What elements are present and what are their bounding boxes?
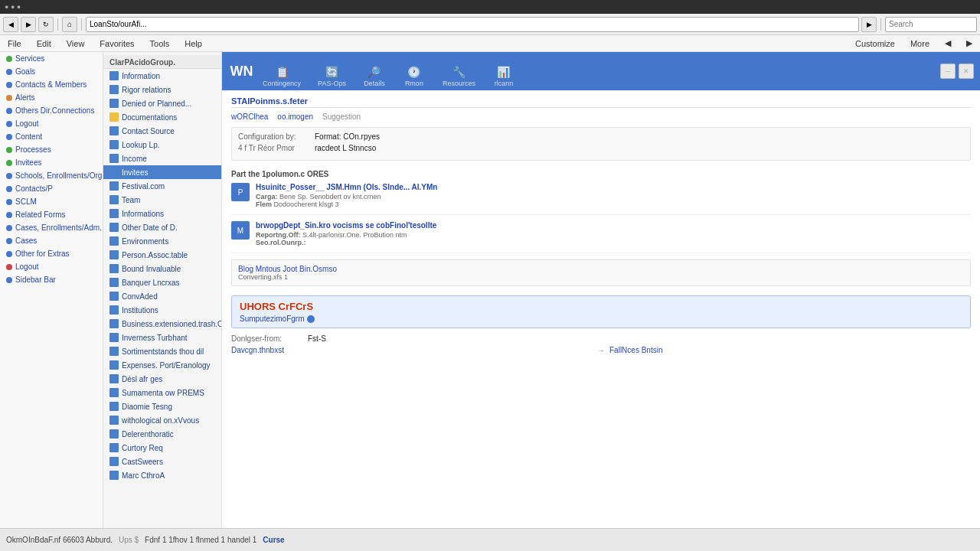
left-nav-item-9[interactable]: Schools, Enrollments/Org... [0, 169, 103, 182]
header-close[interactable]: ✕ [959, 64, 974, 79]
left-nav-item-15[interactable]: Other for Extras [0, 247, 103, 260]
left-nav-item-6[interactable]: Content [0, 130, 103, 143]
mid-item-10[interactable]: Informations [103, 207, 221, 220]
menu-customize[interactable]: Customize [852, 37, 898, 50]
record-item-1: M brwopgDept_Sin.kro vocisms se cobFinol… [231, 221, 971, 253]
content-tab-5[interactable]: 📊rlcann [485, 63, 523, 90]
mid-item-9[interactable]: Team [103, 193, 221, 207]
left-nav-item-7[interactable]: Processes [0, 143, 103, 156]
blog-link[interactable]: Blog Mntous Joot Bin.Osmso [238, 265, 964, 273]
left-nav-item-12[interactable]: Related Forms [0, 208, 103, 221]
mid-item-15[interactable]: Banquer Lncrxas [103, 276, 221, 289]
mid-icon-20 [109, 347, 119, 356]
left-nav-item-5[interactable]: Logout [0, 117, 103, 130]
mid-item-2[interactable]: Denied or Planned... [103, 96, 221, 110]
left-nav-item-8[interactable]: Invitees [0, 156, 103, 169]
mid-item-0[interactable]: Information [103, 69, 221, 83]
menu-next[interactable]: ▶ [963, 37, 975, 50]
mid-icon-28 [109, 457, 119, 466]
mid-label-12: Environments [122, 237, 168, 246]
mid-item-6[interactable]: Income [103, 152, 221, 165]
mid-item-14[interactable]: Bound Invaluable [103, 262, 221, 276]
nav-dot-0 [6, 56, 12, 62]
mid-item-20[interactable]: Sortimentstands thou dil [103, 344, 221, 358]
content-title-abbr: WN [228, 52, 255, 90]
content-tab-1[interactable]: 🔄PAS-Ops [310, 63, 354, 90]
status-item-4[interactable]: Curse [263, 536, 284, 544]
left-nav-item-1[interactable]: Goals [0, 65, 103, 78]
nav-label-3: Alerts [15, 93, 35, 102]
mid-item-1[interactable]: Rigor relations [103, 83, 221, 96]
address-bar[interactable] [86, 17, 859, 32]
mid-icon-15 [109, 278, 119, 287]
toolbar-sep-3 [880, 18, 881, 31]
mid-item-27[interactable]: Curtory Req [103, 441, 221, 455]
mid-item-7[interactable]: Invitees [103, 165, 221, 179]
left-nav-item-4[interactable]: Others Dir.Connections [0, 104, 103, 117]
mid-item-21[interactable]: Expenses. Port/Eranology [103, 358, 221, 372]
go-button[interactable]: ▶ [861, 17, 877, 32]
left-nav-item-13[interactable]: Cases, Enrollments/Adm. [0, 221, 103, 234]
nav-dot-2 [6, 82, 12, 88]
mid-item-17[interactable]: Institutions [103, 303, 221, 317]
mid-item-28[interactable]: CastSweers [103, 455, 221, 468]
left-nav-item-17[interactable]: Sidebar Bar [0, 273, 103, 286]
mid-item-23[interactable]: Sumamenta ow PREMS [103, 386, 221, 399]
mid-item-5[interactable]: Lookup Lp. [103, 138, 221, 152]
search-input[interactable] [885, 17, 977, 32]
mid-item-19[interactable]: Inverness Turbhant [103, 331, 221, 344]
mid-item-12[interactable]: Environments [103, 234, 221, 248]
refresh-button[interactable]: ↻ [38, 17, 54, 32]
content-tab-4[interactable]: 🔧Resources [435, 63, 483, 90]
left-nav-item-2[interactable]: Contacts & Members [0, 78, 103, 91]
mid-item-16[interactable]: ConvAded [103, 289, 221, 303]
mid-item-4[interactable]: Contact Source [103, 124, 221, 138]
subsection-2: oo.imogen [277, 112, 313, 121]
mid-label-25: withological on.xVvous [122, 416, 199, 425]
detail-link[interactable]: Davcgn.thnbxst [231, 346, 593, 354]
content-tab-0[interactable]: 📋Contingency [255, 63, 309, 90]
record-icon-1: M [231, 221, 250, 240]
detail-link-value[interactable]: FallNces Bntsin [609, 346, 971, 354]
left-nav-item-14[interactable]: Cases [0, 234, 103, 247]
tab-icon-3: 🕐 [407, 66, 420, 78]
menu-prev[interactable]: ◀ [942, 37, 954, 50]
left-nav-item-3[interactable]: Alerts [0, 91, 103, 104]
mid-item-29[interactable]: Marc CthroA [103, 468, 221, 482]
mid-icon-5 [109, 140, 119, 149]
content-tab-2[interactable]: 🔎Details [355, 63, 394, 90]
menu-edit[interactable]: Edit [34, 37, 54, 50]
back-button[interactable]: ◀ [3, 17, 18, 32]
menu-help[interactable]: Help [181, 37, 205, 50]
mid-label-22: Désl afr ges [122, 375, 162, 383]
mid-item-24[interactable]: Diaomie Tesng [103, 399, 221, 413]
menu-more[interactable]: More [907, 37, 933, 50]
nav-dot-11 [6, 199, 12, 205]
home-button[interactable]: ⌂ [62, 17, 77, 32]
mid-item-8[interactable]: Festival.com [103, 179, 221, 193]
mid-item-25[interactable]: withological on.xVvous [103, 413, 221, 427]
left-nav-item-0[interactable]: Services [0, 52, 103, 65]
menu-tools[interactable]: Tools [147, 37, 173, 50]
forward-button[interactable]: ▶ [21, 17, 36, 32]
header-minimize[interactable]: ─ [940, 64, 956, 79]
mid-item-11[interactable]: Other Date of D. [103, 220, 221, 234]
menu-favorites[interactable]: Favorites [96, 37, 137, 50]
content-tab-3[interactable]: 🕐Rmon [395, 63, 433, 90]
left-nav-item-10[interactable]: Contacts/P [0, 182, 103, 195]
record-title-0[interactable]: Hsuinitc_Posser__ JSM.Hmn (Ols. Slnde...… [256, 183, 971, 191]
mid-item-26[interactable]: Delerenthoratic [103, 427, 221, 441]
menu-file[interactable]: File [5, 37, 24, 50]
mid-item-18[interactable]: Business.extensioned.trash.OHen [103, 317, 221, 331]
nav-label-9: Schools, Enrollments/Org... [15, 171, 103, 180]
menu-view[interactable]: View [64, 37, 88, 50]
tab-label-4: Resources [443, 80, 475, 87]
record-title-1[interactable]: brwopgDept_Sin.kro vocisms se cobFinol't… [256, 221, 971, 230]
mid-item-3[interactable]: Documentations [103, 110, 221, 124]
mid-item-13[interactable]: Person.Assoc.table [103, 248, 221, 262]
os-window-controls: ● ● ● [5, 3, 21, 11]
mid-item-22[interactable]: Désl afr ges [103, 372, 221, 386]
left-nav-item-11[interactable]: SCLM [0, 195, 103, 208]
highlight-link[interactable]: SumputezimoFgrm [240, 315, 962, 323]
left-nav-item-16[interactable]: Logout [0, 260, 103, 273]
